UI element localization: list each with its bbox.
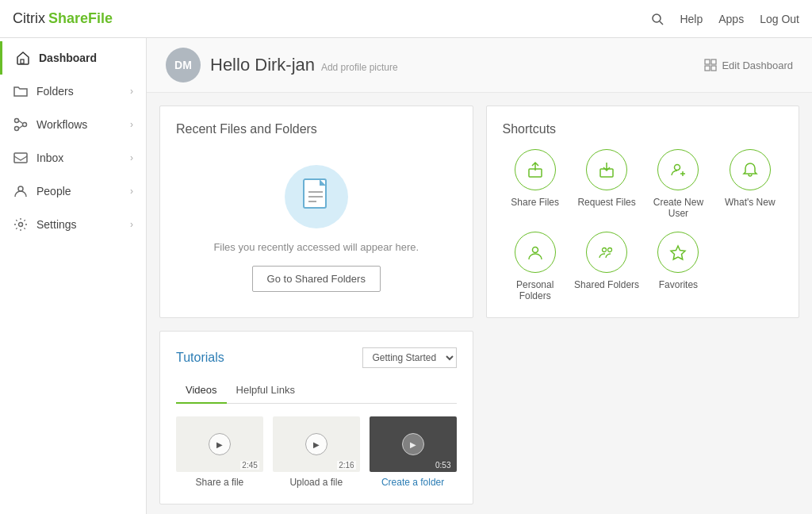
help-link[interactable]: Help	[680, 13, 703, 25]
shared-folders-label: Shared Folders	[574, 279, 639, 290]
svg-point-25	[603, 248, 607, 252]
dashboard-header: DM Hello Dirk-jan Add profile picture Ed…	[147, 38, 812, 93]
svg-line-6	[19, 121, 23, 124]
chevron-right-icon-5: ›	[130, 219, 133, 230]
chevron-right-icon-2: ›	[130, 119, 133, 130]
getting-started-select[interactable]: Getting Started	[362, 347, 457, 368]
shortcut-request-files[interactable]: Request Files	[574, 149, 639, 219]
sidebar-item-inbox[interactable]: Inbox ›	[0, 141, 146, 175]
svg-point-0	[653, 14, 661, 22]
video-label-2: Upload a file	[289, 477, 343, 488]
play-button-2: ▶	[305, 433, 327, 455]
sidebar: Dashboard Folders › Workflows	[0, 38, 147, 514]
chevron-right-icon-4: ›	[130, 186, 133, 197]
people-icon	[13, 184, 29, 198]
personal-folders-icon	[527, 244, 544, 261]
svg-rect-2	[21, 59, 24, 63]
greeting-block: Hello Dirk-jan Add profile picture	[210, 55, 398, 75]
svg-point-26	[608, 248, 612, 252]
sidebar-item-dashboard[interactable]: Dashboard	[0, 41, 146, 75]
whats-new-circle	[730, 149, 771, 190]
svg-point-24	[532, 247, 538, 253]
sidebar-workflows-label: Workflows	[36, 118, 130, 131]
sidebar-item-people[interactable]: People ›	[0, 175, 146, 208]
share-files-icon	[527, 161, 544, 178]
play-button-3: ▶	[402, 433, 424, 455]
bell-icon	[741, 161, 759, 178]
avatar: DM	[166, 48, 201, 82]
video-preview-1: ▶ 2:45	[176, 416, 263, 472]
top-nav-right: Help Apps Log Out	[651, 13, 799, 25]
shortcuts-title: Shortcuts	[503, 122, 783, 136]
right-empty-area	[486, 331, 800, 504]
shortcut-personal-folders[interactable]: Personal Folders	[503, 232, 568, 301]
add-profile-link[interactable]: Add profile picture	[321, 62, 398, 73]
search-button[interactable]	[651, 13, 664, 25]
play-button-1: ▶	[209, 433, 231, 455]
video-share-file[interactable]: ▶ 2:45 Share a file	[176, 416, 263, 488]
tutorials-tabs: Videos Helpful Links	[176, 378, 457, 404]
shortcut-create-new-user[interactable]: Create New User	[645, 149, 710, 219]
main-content: DM Hello Dirk-jan Add profile picture Ed…	[147, 38, 812, 514]
logo-citrix: Citrix	[13, 10, 45, 27]
shortcut-whats-new[interactable]: What's New	[718, 149, 783, 219]
logo-file: File	[88, 10, 113, 26]
create-new-user-icon	[669, 161, 687, 178]
sidebar-item-folders[interactable]: Folders ›	[0, 75, 146, 108]
shortcut-share-files[interactable]: Share Files	[503, 149, 568, 219]
shortcut-favorites[interactable]: Favorites	[645, 232, 710, 301]
favorites-circle	[657, 232, 699, 273]
sidebar-item-settings[interactable]: Settings ›	[0, 208, 146, 241]
svg-line-7	[19, 126, 23, 129]
logo-share: Share	[48, 10, 88, 26]
edit-dashboard-icon	[704, 59, 717, 71]
svg-rect-12	[711, 59, 716, 64]
tab-videos[interactable]: Videos	[176, 378, 227, 404]
video-duration-3: 0:53	[434, 461, 452, 470]
shortcuts-row1: Share Files Request Files	[503, 149, 783, 219]
settings-icon	[13, 217, 29, 232]
svg-line-1	[660, 21, 663, 25]
tutorials-title: Tutorials	[176, 351, 224, 365]
shortcut-shared-folders[interactable]: Shared Folders	[574, 232, 639, 301]
go-to-folders-button[interactable]: Go to Shared Folders	[252, 266, 381, 292]
recent-files-message: Files you recently accessed will appear …	[213, 241, 419, 253]
video-upload-file[interactable]: ▶ 2:16 Upload a file	[273, 416, 360, 488]
top-nav: Citrix ShareFile Help Apps Log Out	[0, 0, 812, 38]
recent-files-title: Recent Files and Folders	[176, 122, 457, 136]
video-duration-2: 2:16	[337, 461, 355, 470]
sidebar-item-workflows[interactable]: Workflows ›	[0, 108, 146, 141]
star-icon	[669, 244, 687, 261]
recent-files-card: Recent Files and Folders Files you recen…	[159, 105, 473, 318]
svg-point-9	[18, 186, 23, 191]
svg-point-21	[675, 165, 680, 171]
svg-rect-14	[711, 66, 716, 71]
whats-new-label: What's New	[725, 197, 776, 208]
file-icon-circle	[285, 165, 348, 228]
svg-point-10	[19, 223, 23, 227]
tutorials-header: Tutorials Getting Started	[176, 347, 457, 368]
request-files-circle	[586, 149, 627, 190]
svg-point-4	[23, 123, 27, 127]
video-create-folder[interactable]: ▶ 0:53 Create a folder	[370, 416, 457, 488]
sidebar-folders-label: Folders	[36, 85, 130, 98]
sidebar-dashboard-label: Dashboard	[39, 52, 133, 64]
logout-link[interactable]: Log Out	[760, 13, 799, 25]
video-preview-2: ▶ 2:16	[273, 416, 360, 472]
sidebar-inbox-label: Inbox	[36, 152, 130, 164]
shared-folders-circle	[586, 232, 627, 273]
inbox-icon	[13, 151, 29, 165]
recent-files-empty: Files you recently accessed will appear …	[176, 149, 457, 300]
svg-rect-11	[705, 59, 710, 64]
personal-folders-circle	[515, 232, 556, 273]
workflows-icon	[13, 117, 29, 132]
edit-dashboard-button[interactable]: Edit Dashboard	[704, 59, 793, 71]
layout: Dashboard Folders › Workflows	[0, 0, 812, 514]
chevron-right-icon: ›	[130, 86, 133, 97]
content-grid: Recent Files and Folders Files you recen…	[147, 93, 812, 514]
chevron-right-icon-3: ›	[130, 152, 133, 163]
search-icon	[651, 13, 664, 25]
apps-link[interactable]: Apps	[718, 13, 744, 25]
tab-helpful-links[interactable]: Helpful Links	[227, 378, 304, 404]
sidebar-people-label: People	[36, 185, 130, 198]
